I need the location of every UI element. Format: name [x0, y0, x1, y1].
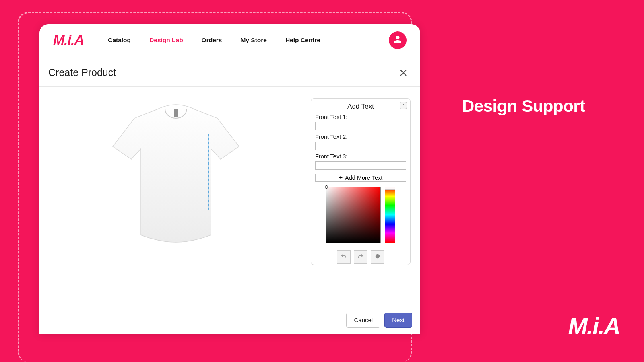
- front-text-1-input[interactable]: [315, 122, 406, 130]
- close-icon: [398, 72, 408, 79]
- color-saturation-panel[interactable]: [326, 187, 381, 243]
- nav-item-catalog[interactable]: Catalog: [108, 37, 131, 44]
- topbar: M.i.A Catalog Design Lab Orders My Store…: [39, 24, 420, 56]
- redo-button[interactable]: [354, 250, 367, 264]
- add-more-text-button[interactable]: + Add More Text: [315, 174, 406, 182]
- front-text-3-input[interactable]: [315, 161, 406, 170]
- main-nav: Catalog Design Lab Orders My Store Help …: [108, 37, 320, 44]
- redo-icon: [357, 253, 364, 261]
- circle-icon: [374, 253, 381, 261]
- undo-button[interactable]: [337, 250, 351, 264]
- stage: M.i.A Catalog Design Lab Orders My Store…: [0, 0, 644, 362]
- brand-logo[interactable]: M.i.A: [53, 32, 84, 48]
- nav-item-help-centre[interactable]: Help Centre: [285, 37, 320, 44]
- svg-rect-0: [174, 109, 178, 117]
- account-button[interactable]: [389, 31, 407, 49]
- close-button[interactable]: [398, 68, 408, 78]
- reset-button[interactable]: [371, 250, 384, 264]
- app-window: M.i.A Catalog Design Lab Orders My Store…: [39, 24, 420, 334]
- marketing-headline: Design Support: [462, 97, 585, 116]
- color-picker: [315, 187, 406, 243]
- page-title: Create Product: [48, 67, 116, 78]
- cancel-button[interactable]: Cancel: [346, 313, 380, 328]
- front-text-1-label: Front Text 1:: [315, 114, 406, 120]
- panel-collapse-button[interactable]: ⌃: [400, 102, 407, 109]
- svg-point-1: [376, 254, 380, 259]
- plus-icon: +: [339, 174, 343, 181]
- tshirt-preview: [109, 102, 242, 247]
- add-more-text-label: Add More Text: [345, 175, 382, 181]
- modal-footer: Cancel Next: [39, 306, 420, 334]
- undo-icon: [340, 253, 347, 261]
- modal-header: Create Product: [39, 56, 420, 87]
- transform-tool-row: [315, 250, 406, 264]
- user-icon: [393, 35, 402, 45]
- color-hue-slider[interactable]: [385, 187, 395, 243]
- front-text-2-input[interactable]: [315, 142, 406, 150]
- print-area-outline[interactable]: [147, 134, 209, 210]
- color-cursor[interactable]: [325, 185, 328, 189]
- front-text-2-label: Front Text 2:: [315, 134, 406, 140]
- chevron-up-icon: ⌃: [402, 103, 405, 108]
- product-canvas[interactable]: [49, 98, 303, 306]
- nav-item-orders[interactable]: Orders: [202, 37, 222, 44]
- marketing-footer-logo: M.i.A: [568, 313, 620, 339]
- panel-title: Add Text: [347, 103, 374, 111]
- workspace: Add Text ⌃ Front Text 1: Front Text 2: F…: [39, 87, 420, 306]
- next-button[interactable]: Next: [384, 313, 412, 328]
- nav-item-design-lab[interactable]: Design Lab: [149, 37, 183, 44]
- add-text-panel: Add Text ⌃ Front Text 1: Front Text 2: F…: [311, 98, 411, 265]
- nav-item-my-store[interactable]: My Store: [240, 37, 266, 44]
- front-text-3-label: Front Text 3:: [315, 153, 406, 160]
